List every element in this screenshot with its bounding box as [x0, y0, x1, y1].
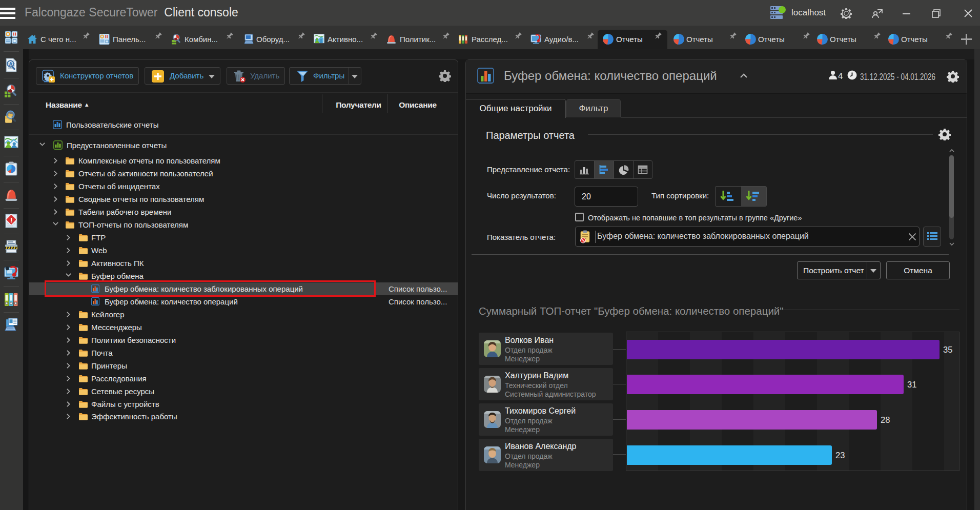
svg-text:A: A: [9, 62, 13, 67]
svg-text:!: !: [10, 216, 13, 224]
